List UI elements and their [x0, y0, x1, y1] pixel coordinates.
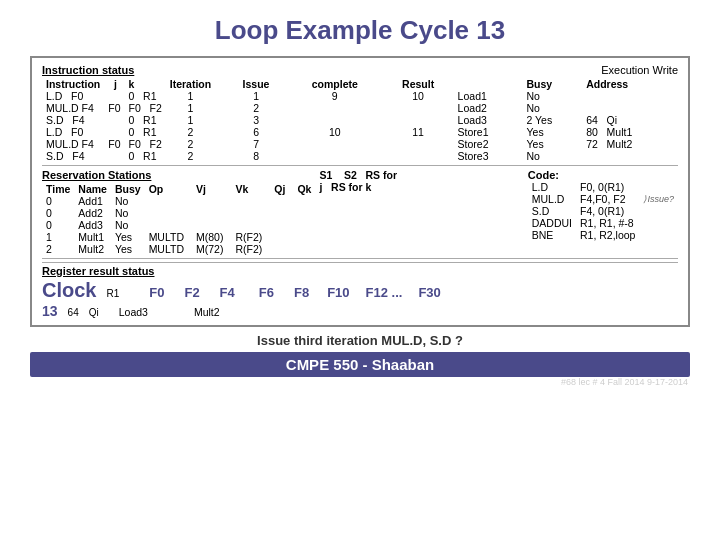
execution-table: Issue complete Result Busy Address 1 9 [225, 78, 678, 162]
register-result-header: Register result status [42, 265, 678, 277]
table-row: 3 Load3 2 Yes 64 Qi [225, 114, 678, 126]
table-row: S.D F4, 0(R1) [528, 205, 678, 217]
code-box: Code: L.D F0, 0(R1) MUL.D F4,F0, F2 ⟩Iss… [528, 169, 678, 241]
slide: Loop Example Cycle 13 Instruction status… [0, 0, 720, 540]
col-iter: Iteration [166, 78, 215, 90]
table-row: MUL.D F4 F0 F0 F2 1 [42, 102, 215, 114]
footer-sub: #68 lec # 4 Fall 2014 9-17-2014 [20, 377, 700, 387]
table-row: MUL.D F4 F0 F0 F2 2 [42, 138, 215, 150]
reservation-stations: Reservation Stations Time Name Busy Op V… [42, 169, 678, 255]
col-k: k [125, 78, 166, 90]
table-row: 0 Add3 No [42, 219, 315, 231]
table-row: 0 Add1 No [42, 195, 315, 207]
table-row: 8 Store3 No [225, 150, 678, 162]
instruction-table: Instruction j k Iteration L.D F0 0 R1 1 [42, 78, 215, 162]
code-label: Code: [528, 169, 678, 181]
qi-label: Qi [89, 307, 99, 318]
table-row: MUL.D F4,F0, F2 ⟩Issue? [528, 193, 678, 205]
f-register-values: Load3 Mult2 [119, 306, 368, 318]
table-row: DADDUI R1, R1, #-8 [528, 217, 678, 229]
clock-label: Clock [42, 279, 96, 302]
table-row: L.D F0 0 R1 2 [42, 126, 215, 138]
execution-header: Execution Write [601, 64, 678, 76]
table-row: L.D F0, 0(R1) [528, 181, 678, 193]
divider1 [42, 165, 678, 166]
main-content: Instruction status Instruction j k Itera… [30, 56, 690, 327]
slide-title: Loop Example Cycle 13 [20, 15, 700, 46]
issue-note: ⟩Issue? [639, 193, 678, 205]
table-row: 2 Load2 No [225, 102, 678, 114]
rs-legend: S1 S2 RS for j RS for k [319, 169, 399, 193]
r1-label: R1 [106, 288, 119, 299]
table-row: 6 10 11 Store1 Yes 80 Mult1 [225, 126, 678, 138]
f-register-row: F0 F2 F4 F6 F8 F10 F12 ... F30 [149, 285, 441, 300]
code-table: L.D F0, 0(R1) MUL.D F4,F0, F2 ⟩Issue? S.… [528, 181, 678, 241]
col-instruction: Instruction [42, 78, 104, 90]
table-row: 2 Mult2 Yes MULTD M(72) R(F2) [42, 243, 315, 255]
clock-value: 13 [42, 303, 58, 319]
col-j: j [104, 78, 124, 90]
instruction-status-header: Instruction status [42, 64, 215, 76]
table-row: BNE R1, R2,loop [528, 229, 678, 241]
footer-main: CMPE 550 - Shaaban [286, 356, 434, 373]
issue-line: Issue third iteration MUL.D, S.D ? [20, 333, 700, 348]
rs-table: Time Name Busy Op Vj Vk Qj Qk [42, 183, 315, 255]
table-row: 7 Store2 Yes 72 Mult2 [225, 138, 678, 150]
table-row: 1 9 10 Load1 No [225, 90, 678, 102]
instruction-status: Instruction status Instruction j k Itera… [42, 64, 215, 162]
footer-bar: CMPE 550 - Shaaban [30, 352, 690, 377]
rs-header: Reservation Stations [42, 169, 315, 181]
execution-status: Execution Write Issue complete Result Bu… [225, 64, 678, 162]
divider2 [42, 258, 678, 259]
r1-value: 64 [68, 307, 79, 318]
table-row: S.D F4 0 R1 1 [42, 114, 215, 126]
table-row: 0 Add2 No [42, 207, 315, 219]
register-result: Register result status Clock R1 F0 F2 F4 [42, 262, 678, 319]
table-row: 1 Mult1 Yes MULTD M(80) R(F2) [42, 231, 315, 243]
table-row: L.D F0 0 R1 1 [42, 90, 215, 102]
table-row: S.D F4 0 R1 2 [42, 150, 215, 162]
